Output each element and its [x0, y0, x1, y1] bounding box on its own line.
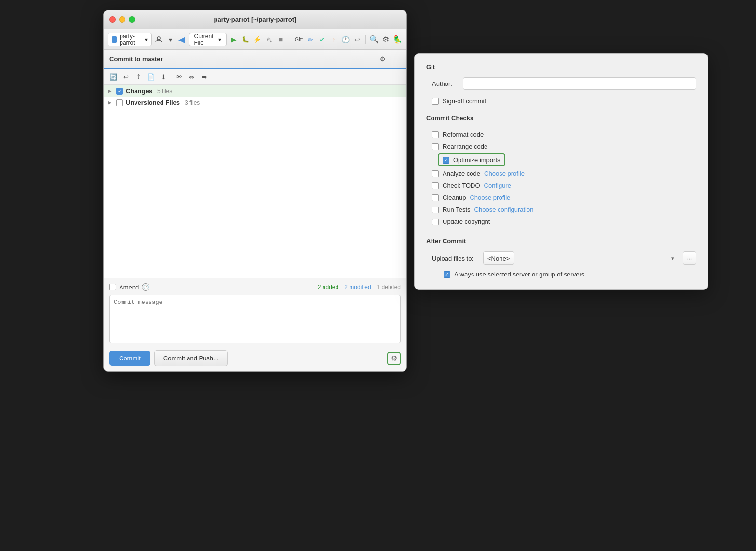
upload-select[interactable]: <None> [483, 251, 514, 265]
clock-icon: 🕐 [142, 283, 149, 291]
debug-button[interactable]: 🐛 [241, 33, 250, 46]
git-commit-button[interactable]: ✔ [317, 33, 327, 46]
amend-left: Amend 🕐 [109, 283, 149, 291]
back-button[interactable]: ◀ [177, 33, 187, 46]
git-update-button[interactable]: ✏ [305, 33, 315, 46]
todo-label: Check TODO [443, 182, 480, 189]
sign-off-checkbox[interactable] [432, 98, 439, 105]
rollback-btn[interactable]: ↩ [120, 71, 132, 83]
jump-btn[interactable]: ⤴ [133, 71, 144, 83]
cleanup-checkbox[interactable] [432, 194, 439, 201]
stat-deleted: 1 deleted [377, 284, 401, 290]
git-rollback-button[interactable]: ↩ [352, 33, 362, 46]
upload-label: Upload files to: [432, 255, 478, 262]
author-row: Author: [432, 77, 696, 90]
settings-panel-button[interactable]: ⚙ [378, 54, 388, 64]
always-use-checkbox[interactable]: ✓ [444, 271, 450, 278]
file-tree: ▶ ✓ Changes 5 files ▶ Unversioned Files … [104, 85, 406, 278]
stop-button[interactable]: ■ [276, 33, 285, 46]
rearrange-checkbox[interactable] [432, 143, 439, 150]
git-push-button[interactable]: ↑ [329, 33, 338, 46]
commit-message-input[interactable] [109, 295, 401, 343]
traffic-lights [109, 16, 135, 23]
author-label: Author: [432, 80, 457, 87]
run-tests-label: Run Tests [443, 206, 471, 213]
run-tests-checkbox[interactable] [432, 207, 439, 213]
amend-row: Amend 🕐 2 added 2 modified 1 deleted [109, 283, 401, 291]
run-config-label: Current File [194, 33, 217, 46]
always-use-label: Always use selected server or group of s… [454, 271, 584, 278]
toolbar-separator-2 [365, 35, 366, 44]
fullscreen-button[interactable] [129, 16, 135, 23]
checks-section: Commit Checks Reformat code Rearrange co… [426, 114, 696, 228]
analyze-label: Analyze code [443, 170, 480, 177]
collapse-btn[interactable]: ⇋ [198, 71, 210, 83]
commit-bottom: Amend 🕐 2 added 2 modified 1 deleted Com… [104, 278, 406, 371]
commit-push-button[interactable]: Commit and Push... [154, 350, 228, 366]
main-window: party-parrot [~/party-parrot] party-parr… [103, 10, 407, 372]
check-item-cleanup: Cleanup Choose profile [432, 192, 696, 204]
expand-btn[interactable]: ⇔ [186, 71, 197, 83]
run-config-dropdown: ▾ [218, 36, 221, 43]
panel-header-actions: ⚙ − [378, 54, 401, 64]
search-button[interactable]: 🔍 [369, 33, 379, 46]
run-button[interactable]: ▶ [229, 33, 238, 46]
svg-point-0 [157, 37, 160, 40]
close-button[interactable] [109, 16, 116, 23]
unversioned-count: 3 files [185, 99, 200, 106]
coverage-button[interactable]: ⚡ [252, 33, 262, 46]
git-settings-panel: Git Author: Sign-off commit Commit Check… [414, 53, 708, 290]
eye-btn[interactable]: 👁 [173, 71, 185, 83]
changes-checkbox[interactable]: ✓ [116, 88, 123, 95]
upload-row: Upload files to: <None> ··· [432, 251, 696, 265]
optimize-label: Optimize imports [453, 156, 500, 164]
changes-arrow: ▶ [108, 88, 113, 94]
unversioned-group[interactable]: ▶ Unversioned Files 3 files [104, 97, 406, 108]
diff-btn[interactable]: 📄 [145, 71, 157, 83]
cleanup-profile-link[interactable]: Choose profile [470, 194, 510, 201]
settings-button[interactable]: ⚙ [381, 33, 391, 46]
panel-header: Commit to master ⚙ − [104, 50, 406, 69]
copyright-label: Update copyright [443, 218, 490, 225]
author-input[interactable] [463, 77, 696, 90]
user-icon[interactable] [154, 33, 163, 46]
minimize-button[interactable] [119, 16, 125, 23]
changes-toolbar: 🔄 ↩ ⤴ 📄 ⬇ 👁 ⇔ ⇋ [104, 69, 406, 85]
run-config-selector[interactable]: Current File ▾ [189, 33, 227, 46]
checks-section-title: Commit Checks [426, 114, 696, 122]
check-item-analyze: Analyze code Choose profile [432, 167, 696, 179]
commit-settings-gear[interactable]: ⚙ [387, 352, 401, 365]
window-title: party-parrot [~/party-parrot] [214, 16, 297, 23]
cleanup-label: Cleanup [443, 194, 466, 201]
git-label: Git: [295, 36, 304, 43]
analyze-checkbox[interactable] [432, 170, 439, 177]
unversioned-checkbox[interactable] [116, 99, 123, 106]
changes-label: Changes [126, 87, 152, 95]
amend-label: Amend [119, 284, 139, 291]
copyright-checkbox[interactable] [432, 219, 439, 225]
todo-configure-link[interactable]: Configure [484, 182, 511, 189]
git-history-button[interactable]: 🕐 [340, 33, 350, 46]
user-dropdown-icon[interactable]: ▾ [165, 33, 175, 46]
toolbar: party-parrot ▾ ▾ ◀ Current File ▾ ▶ 🐛 [104, 29, 406, 50]
refresh-btn[interactable]: 🔄 [108, 71, 119, 83]
party-parrot-button[interactable]: 🦜 [393, 33, 403, 46]
more-button[interactable]: ⚙▾ [264, 33, 273, 46]
reformat-checkbox[interactable] [432, 131, 439, 138]
close-panel-button[interactable]: − [390, 54, 401, 64]
panel-title: Commit to master [109, 55, 163, 63]
run-tests-config-link[interactable]: Choose configuration [474, 206, 534, 213]
optimize-highlighted: ✓ Optimize imports [438, 153, 505, 166]
optimize-checkbox[interactable]: ✓ [443, 157, 449, 164]
amend-checkbox[interactable] [109, 284, 116, 290]
analyze-profile-link[interactable]: Choose profile [484, 170, 525, 177]
check-item-reformat: Reformat code [432, 128, 696, 140]
upload-dots-button[interactable]: ··· [683, 251, 696, 265]
changes-group[interactable]: ▶ ✓ Changes 5 files [104, 85, 406, 97]
optimize-row: ✓ Optimize imports [432, 153, 696, 166]
after-commit-section: After Commit Upload files to: <None> ···… [426, 237, 696, 278]
project-selector[interactable]: party-parrot ▾ [108, 33, 152, 46]
commit-button[interactable]: Commit [109, 351, 150, 366]
download-btn[interactable]: ⬇ [158, 71, 169, 83]
todo-checkbox[interactable] [432, 182, 439, 189]
